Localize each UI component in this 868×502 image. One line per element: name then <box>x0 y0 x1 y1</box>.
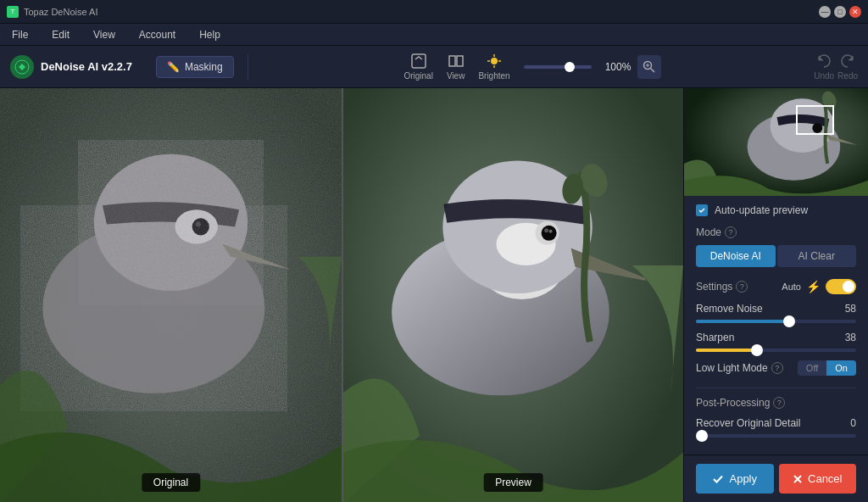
preview-label: Preview <box>483 473 543 492</box>
mode-help-icon[interactable]: ? <box>725 226 737 238</box>
remove-noise-thumb <box>783 315 795 327</box>
right-panel: Auto-update preview Mode ? DeNoise AI AI… <box>683 88 868 502</box>
settings-help-icon[interactable]: ? <box>736 281 748 293</box>
recover-label: Recover Original Detail <box>696 417 800 429</box>
close-button[interactable]: ✕ <box>849 6 861 18</box>
title-bar: T Topaz DeNoise AI — □ ✕ <box>0 0 868 24</box>
toggle-thumb <box>843 281 854 293</box>
apply-button[interactable]: Apply <box>696 464 774 494</box>
low-light-on-btn[interactable]: On <box>826 360 856 376</box>
logo-icon <box>10 55 34 79</box>
svg-point-29 <box>549 230 553 233</box>
auto-update-row: Auto-update preview <box>696 204 856 216</box>
redo-button[interactable]: Redo <box>837 53 858 81</box>
undo-redo-group: Undo Redo <box>814 53 858 81</box>
original-bird-svg <box>0 88 342 502</box>
maximize-button[interactable]: □ <box>834 6 846 18</box>
sharpen-section: Sharpen 38 <box>696 332 856 352</box>
app-icon: T <box>7 6 19 18</box>
window-controls: — □ ✕ <box>819 6 861 18</box>
undo-button[interactable]: Undo <box>814 53 834 81</box>
recover-value: 0 <box>850 417 856 429</box>
cancel-label: Cancel <box>808 472 842 485</box>
svg-rect-2 <box>449 56 455 66</box>
toolbar-center: Original View Brighten 100% <box>262 53 804 81</box>
low-light-toggle-group: Off On <box>798 360 856 376</box>
apply-check-icon <box>712 473 724 485</box>
recover-track[interactable] <box>696 434 856 438</box>
low-light-label: Low Light Mode ? <box>696 362 783 374</box>
masking-icon: ✏️ <box>167 61 180 73</box>
title-bar-left: T Topaz DeNoise AI <box>7 6 97 18</box>
toolbar: DeNoise AI v2.2.7 ✏️ Masking Original Vi… <box>0 46 868 88</box>
lightning-icon: ⚡ <box>806 280 821 293</box>
cancel-x-icon <box>793 474 803 484</box>
menu-edit[interactable]: Edit <box>47 27 75 42</box>
view-action[interactable]: View <box>447 53 465 81</box>
view-label: View <box>447 71 465 81</box>
minimize-button[interactable]: — <box>819 6 831 18</box>
brighten-thumb <box>565 62 575 72</box>
mode-denoise-btn[interactable]: DeNoise AI <box>696 245 776 267</box>
recover-section: Recover Original Detail 0 <box>696 417 856 438</box>
recover-label-row: Recover Original Detail 0 <box>696 417 856 429</box>
menu-bar: File Edit View Account Help <box>0 24 868 46</box>
post-proc-help-icon[interactable]: ? <box>773 397 785 409</box>
original-action[interactable]: Original <box>403 53 432 81</box>
zoom-icon[interactable] <box>637 55 661 79</box>
thumbnail-bird-svg <box>684 88 868 196</box>
auto-label: Auto <box>782 282 801 292</box>
brighten-slider[interactable] <box>524 65 592 69</box>
remove-noise-label: Remove Noise <box>696 303 763 315</box>
sharpen-track[interactable] <box>696 349 856 352</box>
masking-label: Masking <box>185 61 223 73</box>
mode-ai-clear-btn[interactable]: AI Clear <box>777 245 857 267</box>
toolbar-divider-1 <box>248 54 248 80</box>
sharpen-fill <box>696 349 757 352</box>
app-name: DeNoise AI v2.2.7 <box>41 60 132 73</box>
menu-account[interactable]: Account <box>134 27 181 42</box>
low-light-label-text: Low Light Mode <box>696 362 768 374</box>
panel-content: Auto-update preview Mode ? DeNoise AI AI… <box>684 196 868 455</box>
low-light-help-icon[interactable]: ? <box>771 362 783 374</box>
remove-noise-track[interactable] <box>696 320 856 323</box>
remove-noise-fill <box>696 320 789 323</box>
menu-help[interactable]: Help <box>194 27 225 42</box>
remove-noise-value: 58 <box>845 303 856 315</box>
sharpen-value: 38 <box>845 332 856 343</box>
window-title: Topaz DeNoise AI <box>24 7 97 17</box>
sharpen-label: Sharpen <box>696 332 734 343</box>
post-proc-divider <box>696 388 856 388</box>
undo-label: Undo <box>814 71 834 81</box>
thumbnail-area <box>684 88 868 196</box>
redo-label: Redo <box>837 71 858 81</box>
svg-line-10 <box>651 68 655 72</box>
brighten-action[interactable]: Brighten <box>478 53 509 81</box>
masking-button[interactable]: ✏️ Masking <box>156 56 234 78</box>
cancel-button[interactable]: Cancel <box>779 464 857 494</box>
post-proc-label-text: Post-Processing <box>696 397 770 409</box>
original-image-panel: Original <box>0 88 342 502</box>
svg-rect-3 <box>457 56 463 66</box>
mode-label-text: Mode <box>696 226 721 238</box>
svg-point-27 <box>542 226 557 241</box>
mode-section-label: Mode ? <box>696 226 856 238</box>
main-area: Original <box>0 88 868 502</box>
menu-view[interactable]: View <box>88 27 120 42</box>
zoom-control: 100% <box>605 55 662 79</box>
preview-image-panel: Preview <box>342 88 683 502</box>
auto-toggle[interactable] <box>826 279 856 294</box>
thumbnail-image <box>684 88 868 196</box>
bottom-buttons: Apply Cancel <box>684 455 868 502</box>
post-proc-label: Post-Processing ? <box>696 397 856 409</box>
auto-update-checkbox[interactable] <box>696 204 708 216</box>
mode-buttons-group: DeNoise AI AI Clear <box>696 245 856 267</box>
preview-pane: Original <box>0 88 683 502</box>
low-light-off-btn[interactable]: Off <box>798 360 826 376</box>
menu-file[interactable]: File <box>7 27 33 42</box>
original-label: Original <box>142 473 200 492</box>
thumbnail-viewport-box <box>796 105 834 135</box>
sharpen-thumb <box>751 344 763 356</box>
app-logo: DeNoise AI v2.2.7 <box>10 55 132 79</box>
auto-update-label: Auto-update preview <box>715 204 808 216</box>
